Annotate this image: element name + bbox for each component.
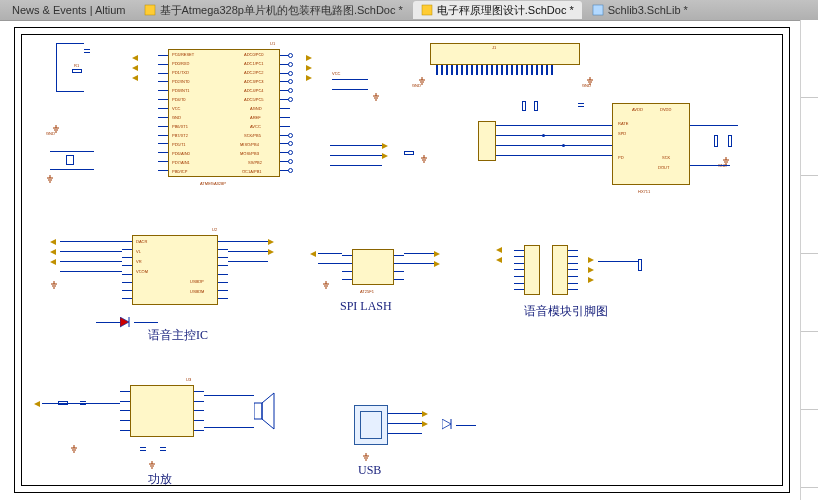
tab-label: News & Events | Altium — [12, 4, 126, 16]
sheet-border: GND R1 U1 ATMEGA328P — [14, 27, 790, 493]
tab-schdoc-2-active[interactable]: 电子秤原理图设计.SchDoc * — [413, 1, 582, 19]
tab-schdoc-1[interactable]: 基于Atmega328p单片机的包装秤电路图.SchDoc * — [136, 1, 411, 19]
svg-marker-7 — [442, 419, 451, 429]
pin-label: DOUT — [658, 165, 669, 170]
svg-marker-3 — [120, 317, 129, 327]
gnd-symbol — [322, 279, 330, 287]
pin-label: MOSI/PB3 — [240, 151, 259, 156]
ic-spi-flash — [352, 249, 394, 285]
wire — [598, 261, 638, 262]
wire — [690, 165, 730, 166]
net-port — [268, 239, 274, 245]
ic-hx711 — [612, 103, 690, 185]
pin-bank — [514, 247, 524, 293]
wire — [404, 253, 434, 254]
connector — [552, 245, 568, 295]
wire — [388, 413, 422, 414]
gnd-symbol — [418, 75, 426, 83]
sheet-inner-border: GND R1 U1 ATMEGA328P — [21, 34, 783, 486]
gnd-symbol — [148, 459, 156, 467]
net-port — [422, 411, 428, 417]
connector — [524, 245, 540, 295]
net-port — [434, 261, 440, 267]
net-port — [382, 153, 388, 159]
wire — [690, 125, 738, 126]
gnd-symbol — [50, 279, 58, 287]
pin-label: PD0/RXD — [172, 61, 189, 66]
pin-bank — [280, 51, 290, 175]
pin-bank — [158, 51, 168, 175]
pin-label: MISO/PB4 — [240, 142, 259, 147]
pin-label: ADC0/PC0 — [244, 52, 264, 57]
pin-label: USBDP — [190, 279, 204, 284]
panel-tabs-right[interactable] — [800, 20, 818, 500]
pin-label: ADC5/PC5 — [244, 97, 264, 102]
diode — [442, 419, 456, 433]
tab-label: 基于Atmega328p单片机的包装秤电路图.SchDoc * — [160, 3, 403, 18]
resistor — [522, 101, 526, 111]
speaker-icon — [254, 391, 276, 433]
schematic-canvas[interactable]: GND R1 U1 ATMEGA328P — [0, 20, 800, 500]
capacitor — [578, 99, 584, 109]
part-label: ATMEGA328P — [200, 181, 226, 186]
document-area: GND R1 U1 ATMEGA328P — [0, 20, 818, 500]
wire — [456, 425, 476, 426]
pin-label: ADC2/PC2 — [244, 70, 264, 75]
gnd-symbol — [586, 75, 594, 83]
block-title: SPI LASH — [340, 299, 392, 314]
tab-label: 电子秤原理图设计.SchDoc * — [437, 3, 574, 18]
net-port — [132, 55, 138, 61]
pin-label: PB0/ICP — [172, 169, 187, 174]
tab-label: Schlib3.SchLib * — [608, 4, 688, 16]
resistor — [534, 101, 538, 111]
wire — [60, 241, 122, 242]
resistor — [714, 135, 718, 147]
ref-label: R1 — [74, 63, 79, 68]
net-port — [268, 249, 274, 255]
wire — [56, 43, 84, 44]
pin-label: AGND — [250, 106, 262, 111]
net-port — [50, 249, 56, 255]
wire — [56, 91, 84, 92]
pin-label: PB6/XT1 — [172, 124, 188, 129]
pin-label: AREF — [250, 115, 261, 120]
net-port — [34, 401, 40, 407]
wire — [496, 125, 612, 126]
pin-label: PD3/INT1 — [172, 88, 190, 93]
pin-label: PD1/TXD — [172, 70, 189, 75]
wire — [496, 145, 612, 146]
net-port — [306, 75, 312, 81]
net-port — [50, 239, 56, 245]
wire — [228, 241, 268, 242]
wire — [96, 322, 120, 323]
usb-shell — [360, 411, 382, 439]
tab-schlib[interactable]: Schlib3.SchLib * — [584, 1, 696, 19]
svg-rect-2 — [593, 5, 603, 15]
pin-label: DVDD — [660, 107, 671, 112]
pin-label: GND — [172, 115, 181, 120]
pin-label: SCK — [662, 155, 670, 160]
net-port — [306, 65, 312, 71]
svg-marker-6 — [262, 393, 274, 429]
pin-label: SCK/PB5 — [244, 133, 261, 138]
net-port — [434, 251, 440, 257]
pin-label: PD6/AIN0 — [172, 151, 190, 156]
pin-bank — [120, 387, 130, 435]
tab-bar: News & Events | Altium 基于Atmega328p单片机的包… — [0, 0, 818, 20]
pin-label: RATE — [618, 121, 628, 126]
junction — [562, 144, 565, 147]
net-label: GND — [46, 131, 55, 136]
block-title: USB — [358, 463, 381, 478]
block-title: 语音主控IC — [148, 327, 208, 344]
tab-start-page[interactable]: News & Events | Altium — [4, 1, 134, 19]
wire — [404, 263, 434, 264]
pin-label: PD5/T1 — [172, 142, 186, 147]
net-port — [306, 55, 312, 61]
ref-label: U3 — [186, 377, 191, 382]
net-port — [132, 65, 138, 71]
resistor — [72, 69, 82, 73]
wire — [204, 427, 254, 428]
wire — [60, 261, 122, 262]
schdoc-icon — [144, 4, 156, 16]
resistor — [728, 135, 732, 147]
